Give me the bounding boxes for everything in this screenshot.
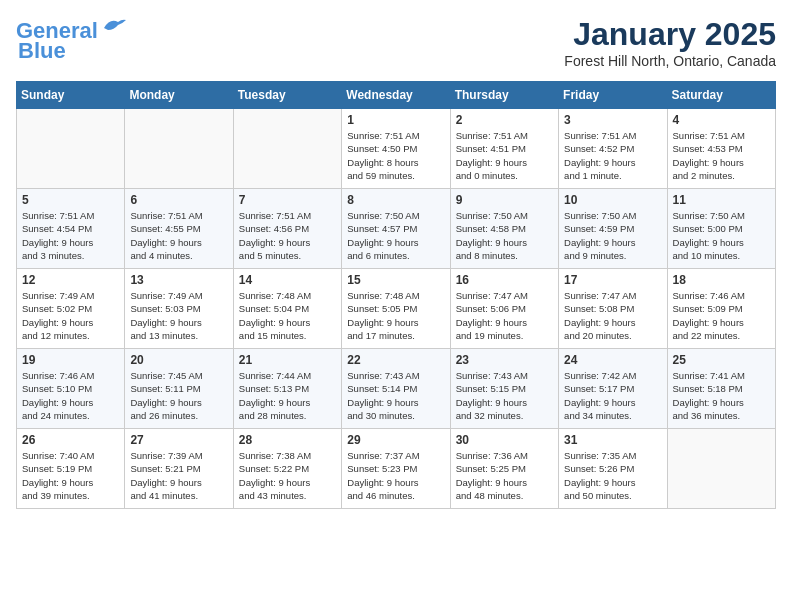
calendar-week-row: 12Sunrise: 7:49 AMSunset: 5:02 PMDayligh… [17,269,776,349]
table-row [17,109,125,189]
day-number: 9 [456,193,553,207]
day-info: Sunrise: 7:49 AMSunset: 5:03 PMDaylight:… [130,289,227,342]
day-number: 18 [673,273,770,287]
day-number: 21 [239,353,336,367]
header-tuesday: Tuesday [233,82,341,109]
table-row: 6Sunrise: 7:51 AMSunset: 4:55 PMDaylight… [125,189,233,269]
table-row: 20Sunrise: 7:45 AMSunset: 5:11 PMDayligh… [125,349,233,429]
day-info: Sunrise: 7:46 AMSunset: 5:09 PMDaylight:… [673,289,770,342]
day-info: Sunrise: 7:46 AMSunset: 5:10 PMDaylight:… [22,369,119,422]
day-info: Sunrise: 7:43 AMSunset: 5:15 PMDaylight:… [456,369,553,422]
logo-bird-icon [100,16,128,36]
day-number: 3 [564,113,661,127]
day-number: 13 [130,273,227,287]
month-title: January 2025 [564,16,776,53]
day-info: Sunrise: 7:51 AMSunset: 4:56 PMDaylight:… [239,209,336,262]
table-row: 27Sunrise: 7:39 AMSunset: 5:21 PMDayligh… [125,429,233,509]
table-row: 12Sunrise: 7:49 AMSunset: 5:02 PMDayligh… [17,269,125,349]
table-row: 31Sunrise: 7:35 AMSunset: 5:26 PMDayligh… [559,429,667,509]
logo: General Blue [16,16,128,62]
day-info: Sunrise: 7:36 AMSunset: 5:25 PMDaylight:… [456,449,553,502]
header-saturday: Saturday [667,82,775,109]
day-info: Sunrise: 7:51 AMSunset: 4:51 PMDaylight:… [456,129,553,182]
day-info: Sunrise: 7:42 AMSunset: 5:17 PMDaylight:… [564,369,661,422]
table-row: 28Sunrise: 7:38 AMSunset: 5:22 PMDayligh… [233,429,341,509]
table-row: 3Sunrise: 7:51 AMSunset: 4:52 PMDaylight… [559,109,667,189]
header-monday: Monday [125,82,233,109]
day-number: 23 [456,353,553,367]
day-info: Sunrise: 7:51 AMSunset: 4:50 PMDaylight:… [347,129,444,182]
day-info: Sunrise: 7:41 AMSunset: 5:18 PMDaylight:… [673,369,770,422]
header-wednesday: Wednesday [342,82,450,109]
day-info: Sunrise: 7:40 AMSunset: 5:19 PMDaylight:… [22,449,119,502]
day-number: 25 [673,353,770,367]
table-row: 10Sunrise: 7:50 AMSunset: 4:59 PMDayligh… [559,189,667,269]
day-number: 11 [673,193,770,207]
table-row: 17Sunrise: 7:47 AMSunset: 5:08 PMDayligh… [559,269,667,349]
day-number: 2 [456,113,553,127]
day-info: Sunrise: 7:51 AMSunset: 4:54 PMDaylight:… [22,209,119,262]
day-info: Sunrise: 7:51 AMSunset: 4:53 PMDaylight:… [673,129,770,182]
day-info: Sunrise: 7:38 AMSunset: 5:22 PMDaylight:… [239,449,336,502]
table-row: 5Sunrise: 7:51 AMSunset: 4:54 PMDaylight… [17,189,125,269]
day-number: 8 [347,193,444,207]
title-block: January 2025 Forest Hill North, Ontario,… [564,16,776,69]
day-info: Sunrise: 7:43 AMSunset: 5:14 PMDaylight:… [347,369,444,422]
day-number: 20 [130,353,227,367]
table-row: 18Sunrise: 7:46 AMSunset: 5:09 PMDayligh… [667,269,775,349]
day-number: 12 [22,273,119,287]
day-number: 31 [564,433,661,447]
header-friday: Friday [559,82,667,109]
table-row: 9Sunrise: 7:50 AMSunset: 4:58 PMDaylight… [450,189,558,269]
table-row [125,109,233,189]
table-row: 21Sunrise: 7:44 AMSunset: 5:13 PMDayligh… [233,349,341,429]
day-number: 28 [239,433,336,447]
calendar-week-row: 19Sunrise: 7:46 AMSunset: 5:10 PMDayligh… [17,349,776,429]
table-row: 29Sunrise: 7:37 AMSunset: 5:23 PMDayligh… [342,429,450,509]
table-row: 2Sunrise: 7:51 AMSunset: 4:51 PMDaylight… [450,109,558,189]
day-info: Sunrise: 7:45 AMSunset: 5:11 PMDaylight:… [130,369,227,422]
header-sunday: Sunday [17,82,125,109]
day-info: Sunrise: 7:47 AMSunset: 5:06 PMDaylight:… [456,289,553,342]
table-row: 14Sunrise: 7:48 AMSunset: 5:04 PMDayligh… [233,269,341,349]
calendar-week-row: 1Sunrise: 7:51 AMSunset: 4:50 PMDaylight… [17,109,776,189]
table-row: 30Sunrise: 7:36 AMSunset: 5:25 PMDayligh… [450,429,558,509]
day-number: 10 [564,193,661,207]
calendar-header-row: Sunday Monday Tuesday Wednesday Thursday… [17,82,776,109]
day-number: 5 [22,193,119,207]
day-info: Sunrise: 7:50 AMSunset: 4:58 PMDaylight:… [456,209,553,262]
day-number: 1 [347,113,444,127]
day-info: Sunrise: 7:50 AMSunset: 4:57 PMDaylight:… [347,209,444,262]
table-row: 13Sunrise: 7:49 AMSunset: 5:03 PMDayligh… [125,269,233,349]
table-row: 4Sunrise: 7:51 AMSunset: 4:53 PMDaylight… [667,109,775,189]
logo-blue: Blue [18,40,66,62]
table-row: 11Sunrise: 7:50 AMSunset: 5:00 PMDayligh… [667,189,775,269]
day-number: 26 [22,433,119,447]
calendar-week-row: 5Sunrise: 7:51 AMSunset: 4:54 PMDaylight… [17,189,776,269]
day-number: 19 [22,353,119,367]
day-number: 6 [130,193,227,207]
day-number: 14 [239,273,336,287]
day-info: Sunrise: 7:51 AMSunset: 4:52 PMDaylight:… [564,129,661,182]
table-row: 19Sunrise: 7:46 AMSunset: 5:10 PMDayligh… [17,349,125,429]
table-row: 22Sunrise: 7:43 AMSunset: 5:14 PMDayligh… [342,349,450,429]
day-info: Sunrise: 7:48 AMSunset: 5:05 PMDaylight:… [347,289,444,342]
day-info: Sunrise: 7:50 AMSunset: 4:59 PMDaylight:… [564,209,661,262]
table-row: 24Sunrise: 7:42 AMSunset: 5:17 PMDayligh… [559,349,667,429]
table-row: 25Sunrise: 7:41 AMSunset: 5:18 PMDayligh… [667,349,775,429]
day-number: 29 [347,433,444,447]
day-number: 4 [673,113,770,127]
table-row: 7Sunrise: 7:51 AMSunset: 4:56 PMDaylight… [233,189,341,269]
day-number: 15 [347,273,444,287]
day-number: 17 [564,273,661,287]
table-row: 15Sunrise: 7:48 AMSunset: 5:05 PMDayligh… [342,269,450,349]
day-info: Sunrise: 7:44 AMSunset: 5:13 PMDaylight:… [239,369,336,422]
calendar-week-row: 26Sunrise: 7:40 AMSunset: 5:19 PMDayligh… [17,429,776,509]
day-info: Sunrise: 7:50 AMSunset: 5:00 PMDaylight:… [673,209,770,262]
page-header: General Blue January 2025 Forest Hill No… [16,16,776,69]
table-row: 23Sunrise: 7:43 AMSunset: 5:15 PMDayligh… [450,349,558,429]
day-info: Sunrise: 7:39 AMSunset: 5:21 PMDaylight:… [130,449,227,502]
table-row: 8Sunrise: 7:50 AMSunset: 4:57 PMDaylight… [342,189,450,269]
day-info: Sunrise: 7:49 AMSunset: 5:02 PMDaylight:… [22,289,119,342]
day-info: Sunrise: 7:51 AMSunset: 4:55 PMDaylight:… [130,209,227,262]
